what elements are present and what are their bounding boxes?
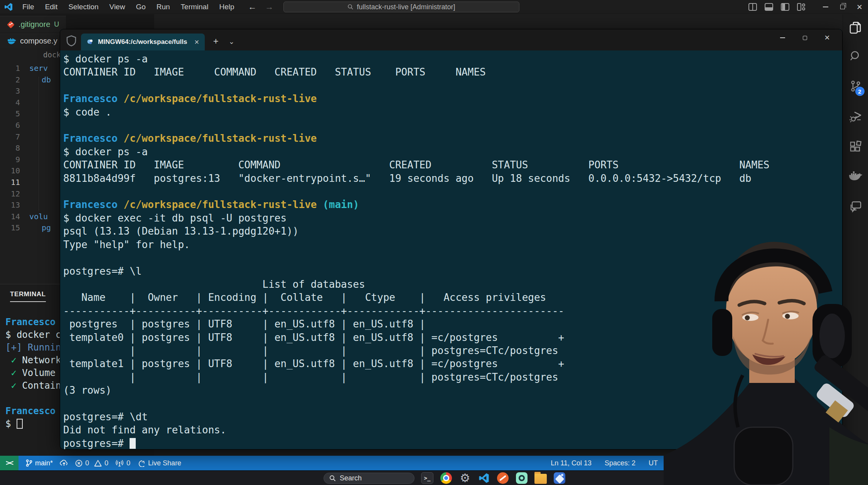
tab-dropdown-icon[interactable]: ⌄ [229,37,234,46]
panel-tab-terminal[interactable]: TERMINAL [10,290,46,302]
text-segment [317,199,323,210]
rust-app-icon[interactable] [497,472,509,484]
text-segment: Did not find any relations. [63,424,226,436]
explorer-copy-icon[interactable] [843,14,868,41]
search-icon[interactable] [843,41,868,71]
text-segment: ✓ [5,368,22,378]
menu-help[interactable]: Help [215,2,238,12]
chrome-icon[interactable] [440,472,452,484]
terminal-line: $ docker ps -a [63,52,842,65]
problems-indicator[interactable]: 0 0 [75,459,108,467]
terminal-line: Francesco /c/workspace/fullstack-rust-li… [63,198,842,211]
file-explorer-icon[interactable] [534,474,547,484]
text-segment: | | | | | postgres=CTc/postgres [63,345,558,356]
git-bash-icon [86,38,94,46]
menu-file[interactable]: File [19,2,38,12]
search-label: fullstack-rust-live [Administrator] [357,3,455,11]
text-segment: [+] Runnin [5,342,61,353]
toggle-sidebar-icon[interactable] [748,3,757,11]
terminal-line [63,119,842,132]
minimize-button[interactable] [817,0,834,14]
taskbar-center: Search >_ ⚙ [305,471,566,485]
nav-arrows: ← → [248,2,274,12]
line-number: 14 [0,211,20,223]
terminal-line [63,79,842,92]
new-tab-button[interactable]: + [213,36,219,47]
terminal-tab[interactable]: MINGW64:/c/workspace/fulls ✕ [81,34,205,50]
back-arrow-icon[interactable]: ← [248,2,257,12]
encoding[interactable]: UT [649,459,658,467]
tab-filename: compose.y [20,37,57,45]
text-segment: $ [5,418,17,429]
source-control-icon[interactable]: 2 [843,71,868,101]
terminal-maximize-button[interactable] [794,29,816,46]
taskbar-search[interactable]: Search [324,473,415,484]
close-tab-icon[interactable]: ✕ [194,39,199,46]
line-number: 5 [0,108,20,120]
menu-go[interactable]: Go [132,2,149,12]
toggle-panel-icon[interactable] [765,3,773,11]
remote-indicator[interactable]: >< [0,456,19,470]
terminal-line: $ code . [63,106,842,119]
terminal-cursor [17,419,23,429]
code-text: serv [20,63,48,74]
text-segment: template1 | postgres | UTF8 | en_US.utf8… [63,358,564,369]
warnings-icon [94,460,102,467]
customize-layout-icon[interactable] [797,3,806,11]
cursor-position[interactable]: Ln 11, Col 13 [551,459,592,467]
live-share-indicator[interactable]: Live Share [137,459,181,467]
settings-gear-icon[interactable]: ⚙ [459,472,471,484]
menu-selection[interactable]: Selection [64,2,102,12]
docker-icon[interactable] [843,161,868,191]
tab-filename: .gitignore [19,20,50,29]
terminal-line [63,185,842,198]
forward-arrow-icon[interactable]: → [265,2,274,12]
ports-indicator[interactable]: 0 [115,459,130,467]
text-segment: postgres=# \l [63,265,142,277]
error-count: 0 [85,459,89,467]
terminal-line: CONTAINER ID IMAGE COMMAND CREATED STATU… [63,65,842,79]
code-text: pg [20,222,51,234]
toggle-secondary-sidebar-icon[interactable] [781,3,789,11]
indentation[interactable]: Spaces: 2 [605,459,635,467]
terminal-cursor [130,438,136,449]
close-button[interactable]: ✕ [851,0,868,14]
line-number: 2 [0,74,20,86]
errors-icon [75,460,83,467]
terminal-titlebar[interactable]: MINGW64:/c/workspace/fulls ✕ + ⌄ ✕ [60,29,842,50]
sync-indicator[interactable] [60,460,68,467]
text-segment: Francesco [63,93,118,104]
cloud-upload-icon [60,460,68,467]
terminal-line: Francesco /c/workspace/fullstack-rust-li… [63,92,842,105]
text-segment [118,93,124,104]
run-debug-icon[interactable] [843,101,868,131]
terminal-minimize-button[interactable] [771,29,794,46]
screen: FileEditSelectionViewGoRunTerminalHelp ←… [0,0,868,485]
restore-button[interactable] [834,0,851,14]
terminal-close-button[interactable]: ✕ [816,29,838,46]
menu-terminal[interactable]: Terminal [177,2,212,12]
text-segment: $ docker exec -it db psql -U postgres [63,212,287,224]
text-segment: $ code . [63,106,111,118]
windows-start-icon[interactable] [305,472,317,484]
line-number: 6 [0,120,20,131]
layout-toggles [748,3,806,11]
terminal-app-icon[interactable]: >_ [421,472,433,484]
extensions-icon[interactable] [843,131,868,161]
line-number: 3 [0,86,20,97]
menu-edit[interactable]: Edit [41,2,62,12]
text-segment: | | | | | postgres=CTc/postgres [63,371,558,383]
branch-indicator[interactable]: main* [25,459,53,467]
tab-gitignore[interactable]: .gitignore U [0,16,66,33]
git-status-badge: U [54,20,59,29]
text-segment: Francesco [5,317,56,327]
menu-view[interactable]: View [106,2,129,12]
photos-app-icon[interactable] [554,472,565,484]
menu-run[interactable]: Run [153,2,174,12]
command-center-search[interactable]: fullstack-rust-live [Administrator] [283,2,519,12]
obs-app-icon[interactable] [516,472,528,484]
vscode-app-icon[interactable] [478,472,490,484]
text-segment: CONTAINER ID IMAGE COMMAND CREATED STATU… [63,66,486,78]
tab-compose[interactable]: compose.y [0,34,64,48]
text-segment: /c/workspace/fullstack-rust-live [124,93,317,104]
